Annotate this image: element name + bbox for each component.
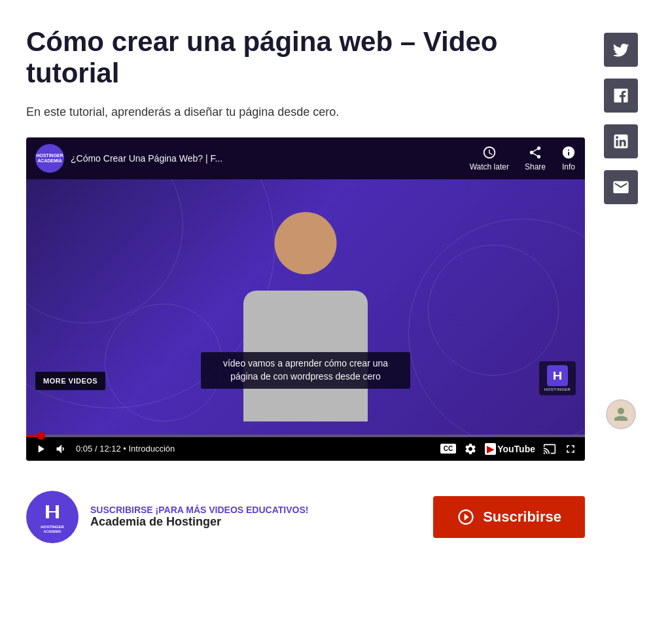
more-videos-button[interactable]: MORE VIDEOS: [35, 372, 105, 390]
subscribe-cta: SUSCRIBIRSE ¡PARA MÁS VIDEOS EDUCATIVOS!: [90, 505, 308, 515]
cc-button[interactable]: CC: [440, 444, 456, 454]
subscribe-section: HOSTINGER ACADEMIA SUSCRIBIRSE ¡PARA MÁS…: [26, 480, 585, 554]
page-title: Cómo crear una página web – Video tutori…: [26, 26, 585, 90]
facebook-share-button[interactable]: [604, 79, 638, 113]
subscribe-text: SUSCRIBIRSE ¡PARA MÁS VIDEOS EDUCATIVOS!…: [90, 505, 308, 529]
video-top-bar: HOSTINGER ACADEMIA ¿Cómo Crear Una Págin…: [26, 137, 585, 179]
user-avatar[interactable]: [606, 399, 636, 429]
linkedin-share-button[interactable]: [604, 124, 638, 158]
controls-right: CC ▶YouTube: [440, 442, 577, 456]
channel-logo: HOSTINGER ACADEMIA: [35, 144, 64, 173]
cast-button[interactable]: [543, 442, 556, 456]
page-subtitle: En este tutorial, aprenderás a diseñar t…: [26, 105, 585, 119]
video-controls: 0:05 / 12:12 • Introducción CC ▶YouTube: [26, 437, 585, 461]
video-top-actions: Watch later Share Info: [470, 145, 576, 171]
progress-bar[interactable]: [26, 435, 585, 437]
video-player[interactable]: HOSTINGER ACADEMIA ¿Cómo Crear Una Págin…: [26, 137, 585, 461]
play-button[interactable]: [34, 442, 47, 456]
subscribe-left: HOSTINGER ACADEMIA SUSCRIBIRSE ¡PARA MÁS…: [26, 491, 308, 543]
info-button[interactable]: Info: [561, 145, 576, 171]
watermark-logo-icon: [547, 365, 568, 386]
subscribe-button[interactable]: Suscribirse: [433, 496, 585, 538]
fullscreen-button[interactable]: [564, 442, 577, 456]
twitter-share-button[interactable]: [604, 33, 638, 67]
volume-button[interactable]: [55, 442, 68, 456]
email-share-button[interactable]: [604, 170, 638, 204]
hostinger-logo: HOSTINGER ACADEMIA: [26, 491, 79, 543]
share-button[interactable]: Share: [525, 145, 546, 171]
user-avatar-container: [606, 399, 636, 429]
video-main-area[interactable]: MORE VIDEOS vídeo vamos a aprender cómo …: [26, 179, 585, 435]
progress-fill: [26, 435, 37, 437]
page-wrapper: Cómo crear una página web – Video tutori…: [0, 0, 670, 580]
time-display: 0:05 / 12:12 • Introducción: [76, 444, 175, 454]
sidebar: [598, 26, 644, 554]
hostinger-watermark: HOSTINGER: [539, 361, 576, 395]
channel-name: Academia de Hostinger: [90, 515, 308, 529]
youtube-logo: ▶YouTube: [485, 444, 535, 454]
video-title: ¿Cómo Crear Una Página Web? | F...: [71, 153, 222, 164]
watch-later-button[interactable]: Watch later: [470, 145, 509, 171]
video-top-left: HOSTINGER ACADEMIA ¿Cómo Crear Una Págin…: [35, 144, 222, 173]
video-subtitle: vídeo vamos a aprender cómo crear una pá…: [201, 352, 410, 388]
settings-button[interactable]: [464, 442, 477, 456]
progress-dot: [37, 432, 45, 440]
main-content: Cómo crear una página web – Video tutori…: [26, 26, 598, 554]
